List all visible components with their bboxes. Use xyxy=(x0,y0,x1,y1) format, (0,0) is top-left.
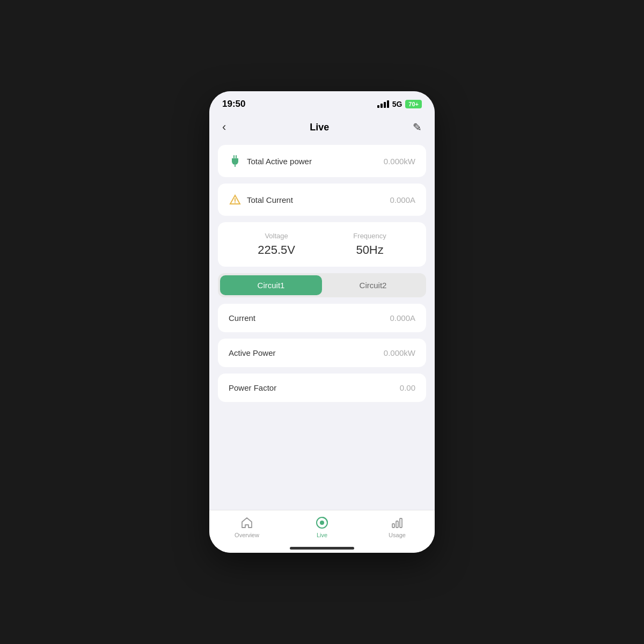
total-current-value: 0.000A xyxy=(390,195,415,204)
nav-overview[interactable]: Overview xyxy=(209,516,284,538)
nav-usage[interactable]: Usage xyxy=(360,516,435,538)
current-row: Current 0.000A xyxy=(229,313,415,323)
triangle-icon xyxy=(229,193,241,206)
home-icon xyxy=(240,516,254,530)
frequency-item: Frequency 50Hz xyxy=(353,232,386,257)
circuit2-tab[interactable]: Circuit2 xyxy=(322,275,424,295)
power-factor-row: Power Factor 0.00 xyxy=(229,383,415,392)
svg-rect-0 xyxy=(233,155,235,158)
voltage-item: Voltage 225.5V xyxy=(258,232,295,257)
total-active-power-card: Total Active power 0.000kW xyxy=(218,145,426,177)
power-factor-value: 0.00 xyxy=(400,383,415,392)
plug-icon xyxy=(229,155,241,167)
voltage-value: 225.5V xyxy=(258,243,295,257)
current-card: Current 0.000A xyxy=(218,304,426,332)
active-power-value: 0.000kW xyxy=(384,348,415,357)
svg-rect-7 xyxy=(392,524,394,528)
svg-point-4 xyxy=(235,202,236,203)
svg-point-6 xyxy=(320,521,324,525)
total-current-label: Total Current xyxy=(247,195,293,204)
active-power-row: Active Power 0.000kW xyxy=(229,348,415,357)
back-button[interactable]: ‹ xyxy=(220,118,228,136)
current-label: Current xyxy=(229,313,255,323)
total-active-power-label: Total Active power xyxy=(247,157,312,166)
frequency-label: Frequency xyxy=(353,232,386,240)
nav-header: ‹ Live ✎ xyxy=(209,114,435,145)
network-type: 5G xyxy=(392,100,402,108)
circuit-tabs: Circuit1 Circuit2 xyxy=(218,273,426,297)
nav-live[interactable]: Live xyxy=(284,516,360,538)
voltage-label: Voltage xyxy=(258,232,295,240)
nav-usage-label: Usage xyxy=(389,532,406,538)
status-time: 19:50 xyxy=(222,99,245,109)
phone-frame: 19:50 5G 70+ ‹ Live ✎ xyxy=(209,91,435,553)
active-power-label: Active Power xyxy=(229,348,276,357)
total-current-row: Total Current 0.000A xyxy=(229,193,415,206)
svg-rect-9 xyxy=(400,518,402,528)
usage-icon xyxy=(390,516,404,530)
total-active-power-row: Total Active power 0.000kW xyxy=(229,155,415,167)
battery-indicator: 70+ xyxy=(405,100,422,108)
power-factor-label: Power Factor xyxy=(229,383,276,392)
frequency-value: 50Hz xyxy=(353,243,386,257)
nav-overview-label: Overview xyxy=(235,532,259,538)
nav-live-label: Live xyxy=(317,532,327,538)
live-icon xyxy=(315,516,329,530)
bottom-nav: Overview Live Usage xyxy=(209,510,435,553)
voltage-frequency-card: Voltage 225.5V Frequency 50Hz xyxy=(218,222,426,267)
active-power-card: Active Power 0.000kW xyxy=(218,339,426,367)
content-area: Total Active power 0.000kW Total Current xyxy=(209,145,435,499)
power-factor-card: Power Factor 0.00 xyxy=(218,374,426,402)
home-indicator xyxy=(290,547,354,550)
total-current-card: Total Current 0.000A xyxy=(218,184,426,216)
page-title: Live xyxy=(310,122,329,133)
status-right: 5G 70+ xyxy=(377,100,422,108)
svg-rect-8 xyxy=(396,521,398,528)
svg-rect-2 xyxy=(235,165,236,167)
circuit1-tab[interactable]: Circuit1 xyxy=(220,275,322,295)
signal-bars-icon xyxy=(377,100,389,108)
total-active-power-value: 0.000kW xyxy=(384,157,415,166)
edit-button[interactable]: ✎ xyxy=(411,119,424,136)
svg-rect-1 xyxy=(236,155,237,158)
status-bar: 19:50 5G 70+ xyxy=(209,91,435,114)
current-value: 0.000A xyxy=(390,313,415,323)
